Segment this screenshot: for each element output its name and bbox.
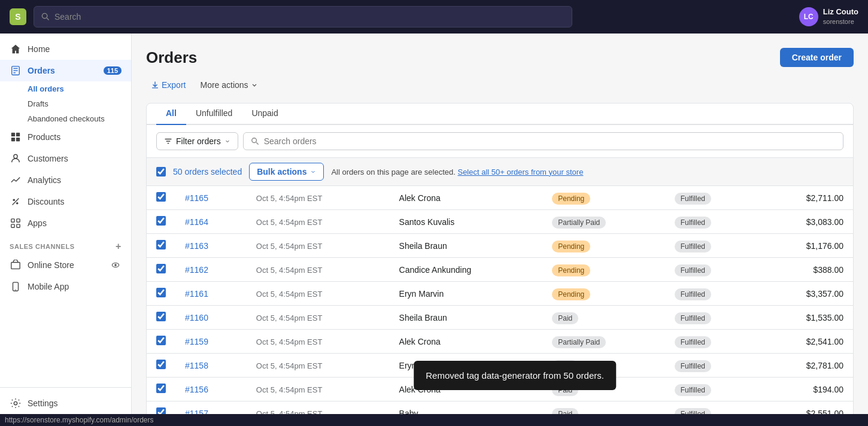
row-checkbox[interactable] (156, 384, 166, 393)
products-icon (10, 131, 22, 143)
row-checkbox-cell[interactable] (147, 258, 175, 282)
table-row[interactable]: #1159 Oct 5, 4:54pm EST Alek Crona Parti… (147, 330, 853, 354)
row-checkbox-cell[interactable] (147, 210, 175, 234)
sidebar-item-home[interactable]: Home (0, 38, 131, 60)
row-checkbox-cell[interactable] (147, 354, 175, 378)
order-number[interactable]: #1157 (185, 409, 208, 415)
online-store-icon (10, 259, 22, 271)
export-button[interactable]: Export (146, 77, 190, 93)
tab-all[interactable]: All (156, 104, 186, 125)
order-payment-cell: Paid (542, 306, 664, 330)
sidebar-sub-all-orders[interactable]: All orders (28, 81, 131, 96)
add-sales-channel-icon[interactable]: + (116, 241, 122, 252)
tab-unfulfilled[interactable]: Unfulfilled (186, 104, 242, 125)
row-checkbox-cell[interactable] (147, 401, 175, 415)
order-number[interactable]: #1163 (185, 241, 208, 251)
search-orders-container[interactable] (243, 132, 843, 150)
search-orders-input[interactable] (264, 136, 836, 146)
order-number[interactable]: #1161 (185, 289, 208, 299)
table-row[interactable]: #1165 Oct 5, 4:54pm EST Alek Crona Pendi… (147, 186, 853, 210)
apps-icon (10, 217, 22, 229)
order-number[interactable]: #1159 (185, 337, 208, 346)
table-row[interactable]: #1163 Oct 5, 4:54pm EST Sheila Braun Pen… (147, 234, 853, 258)
sidebar-item-online-store[interactable]: Online Store (0, 254, 131, 276)
sidebar-sub-abandoned[interactable]: Abandoned checkouts (28, 111, 131, 126)
order-number[interactable]: #1156 (185, 385, 208, 394)
select-all-checkbox[interactable] (156, 167, 166, 177)
row-checkbox-cell[interactable] (147, 330, 175, 354)
sidebar-item-mobile-app[interactable]: Mobile App (0, 276, 131, 297)
tab-unpaid[interactable]: Unpaid (242, 104, 287, 125)
order-customer[interactable]: Santos Kuvalis (399, 217, 455, 227)
svg-rect-10 (11, 138, 15, 141)
row-checkbox-cell[interactable] (147, 186, 175, 210)
svg-point-25 (14, 401, 17, 404)
row-checkbox[interactable] (156, 312, 166, 321)
order-number[interactable]: #1162 (185, 265, 208, 275)
global-search-input[interactable] (54, 12, 564, 22)
row-checkbox[interactable] (156, 264, 166, 273)
row-checkbox[interactable] (156, 192, 166, 202)
order-number-cell: #1163 (175, 234, 247, 258)
sidebar-item-settings[interactable]: Settings (0, 392, 131, 414)
fulfillment-badge: Fulfilled (675, 288, 711, 300)
order-number[interactable]: #1164 (185, 217, 208, 227)
row-checkbox[interactable] (156, 216, 166, 226)
sidebar-online-store-label: Online Store (28, 260, 74, 270)
order-customer[interactable]: Baby... (399, 409, 425, 415)
order-number[interactable]: #1165 (185, 193, 208, 203)
svg-rect-9 (16, 133, 20, 136)
row-checkbox[interactable] (156, 336, 166, 345)
svg-point-12 (14, 154, 17, 158)
sidebar-products-label: Products (28, 132, 60, 142)
order-number-cell: #1156 (175, 378, 247, 401)
order-date: Oct 5, 4:54pm EST (256, 361, 323, 370)
table-row[interactable]: #1161 Oct 5, 4:54pm EST Eryn Marvin Pend… (147, 282, 853, 306)
table-row[interactable]: #1164 Oct 5, 4:54pm EST Santos Kuvalis P… (147, 210, 853, 234)
table-row[interactable]: #1157 Oct 5, 4:54pm EST Baby... Paid Ful… (147, 401, 853, 415)
order-date: Oct 5, 4:54pm EST (256, 290, 323, 299)
sidebar-item-customers[interactable]: Customers (0, 148, 131, 169)
sidebar-item-products[interactable]: Products (0, 126, 131, 148)
order-customer[interactable]: Alek Crona (399, 337, 441, 346)
order-number[interactable]: #1160 (185, 313, 208, 322)
sidebar-discounts-label: Discounts (28, 197, 64, 206)
row-checkbox-cell[interactable] (147, 306, 175, 330)
more-actions-button[interactable]: More actions (195, 77, 262, 93)
order-customer[interactable]: Sheila Braun (399, 313, 447, 322)
payment-badge: Paid (552, 408, 578, 415)
filter-search-row: Filter orders (147, 125, 853, 158)
row-checkbox-cell[interactable] (147, 234, 175, 258)
user-area[interactable]: LC Liz Couto sorenstore (799, 7, 858, 26)
order-customer[interactable]: Alek Crona (399, 193, 441, 203)
order-customer[interactable]: Eryn Marvin (399, 289, 444, 299)
select-all-link[interactable]: Select all 50+ orders from your store (457, 168, 583, 177)
table-row[interactable]: #1162 Oct 5, 4:54pm EST Candice Ankundin… (147, 258, 853, 282)
row-checkbox[interactable] (156, 240, 166, 249)
sidebar-mobile-app-label: Mobile App (28, 282, 69, 291)
filter-orders-button[interactable]: Filter orders (156, 132, 238, 150)
order-customer[interactable]: Candice Ankunding (399, 265, 472, 275)
sidebar-item-discounts[interactable]: Discounts (0, 191, 131, 212)
sidebar-item-analytics[interactable]: Analytics (0, 169, 131, 191)
sidebar-sub-drafts[interactable]: Drafts (28, 96, 131, 111)
sidebar-item-apps[interactable]: Apps (0, 212, 131, 234)
row-checkbox-cell[interactable] (147, 282, 175, 306)
order-customer[interactable]: Sheila Braun (399, 241, 447, 251)
row-checkbox[interactable] (156, 288, 166, 297)
row-checkbox[interactable] (156, 407, 166, 414)
search-bar[interactable] (34, 6, 572, 28)
table-row[interactable]: #1160 Oct 5, 4:54pm EST Sheila Braun Pai… (147, 306, 853, 330)
bulk-actions-button[interactable]: Bulk actions (249, 163, 324, 181)
order-amount: $2,781.00 (806, 361, 843, 370)
create-order-button[interactable]: Create order (780, 48, 854, 67)
row-checkbox[interactable] (156, 360, 166, 369)
order-amount: $1,176.00 (806, 241, 843, 251)
row-checkbox-cell[interactable] (147, 378, 175, 401)
sidebar-item-orders[interactable]: Orders 115 (0, 60, 131, 81)
svg-rect-16 (11, 219, 14, 222)
order-date: Oct 5, 4:54pm EST (256, 337, 323, 346)
order-customer-cell: Alek Crona (390, 330, 543, 354)
svg-rect-20 (11, 263, 20, 269)
order-number[interactable]: #1158 (185, 361, 208, 370)
